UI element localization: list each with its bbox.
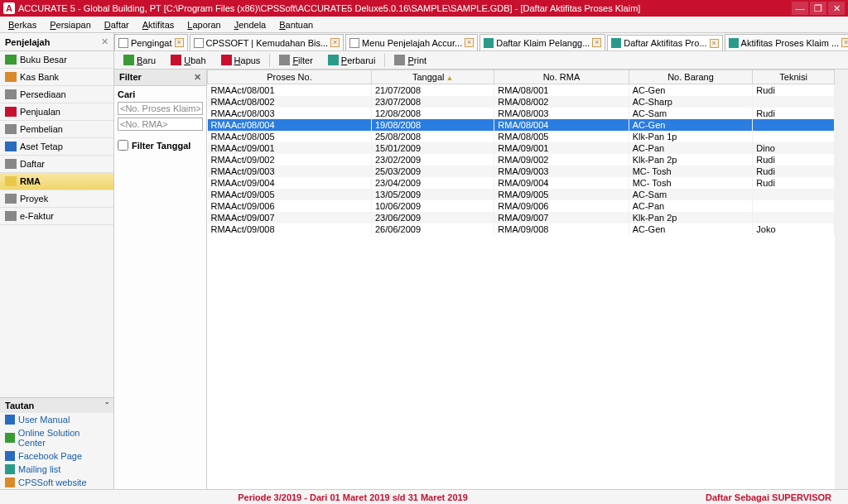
- column-header[interactable]: Proses No.: [208, 70, 372, 84]
- table-row[interactable]: RMAAct/08/00121/07/2008RMA/08/001AC-GenR…: [208, 84, 835, 97]
- table-cell: RMA/09/003: [494, 166, 629, 177]
- menu-endela[interactable]: Jendela: [229, 18, 272, 31]
- toolbar-refresh-button[interactable]: Perbarui: [322, 52, 382, 68]
- nav-item[interactable]: e-Faktur: [0, 208, 113, 225]
- menu-ersiapan[interactable]: Persiapan: [45, 18, 96, 31]
- nav-item[interactable]: Persediaan: [0, 86, 113, 103]
- tab[interactable]: Aktifitas Proses Klaim ...×: [725, 34, 848, 50]
- nav-item[interactable]: Buku Besar: [0, 51, 113, 69]
- tab-close-icon[interactable]: ×: [175, 38, 184, 47]
- sort-asc-icon: ▲: [446, 74, 453, 82]
- table-cell: AC-Pan: [629, 142, 753, 154]
- links-header[interactable]: Tautanˇ: [0, 397, 113, 413]
- link-item[interactable]: Facebook Page: [0, 449, 113, 463]
- menu-ktifitas[interactable]: Aktifitas: [137, 18, 180, 31]
- link-item[interactable]: CPSSoft website: [0, 476, 113, 489]
- table-cell: RMAAct/09/007: [208, 212, 372, 223]
- table-cell: AC-Sam: [629, 189, 753, 200]
- nav-item[interactable]: Proyek: [0, 190, 113, 208]
- tab-icon: [349, 38, 359, 48]
- explorer-close-icon[interactable]: ✕: [101, 36, 108, 47]
- filter-rma-input[interactable]: [118, 118, 203, 131]
- filter-close-icon[interactable]: ✕: [194, 72, 201, 83]
- table-cell: 25/03/2009: [372, 166, 494, 177]
- table-cell: RMAAct/08/004: [208, 119, 372, 131]
- table-cell: Rudi: [753, 108, 835, 119]
- table-cell: AC-Gen: [629, 119, 753, 131]
- nav-item[interactable]: Kas Bank: [0, 69, 113, 86]
- table-cell: Klk-Pan 2p: [629, 154, 753, 166]
- nav-item[interactable]: Pembelian: [0, 121, 113, 138]
- column-header[interactable]: Teknisi: [753, 70, 835, 84]
- nav-item[interactable]: Daftar: [0, 156, 113, 173]
- column-header[interactable]: No. RMA: [494, 70, 629, 84]
- toolbar-edit-button[interactable]: Ubah: [165, 52, 211, 68]
- table-cell: Klk-Pan 1p: [629, 131, 753, 142]
- vertical-scrollbar[interactable]: [835, 70, 848, 489]
- table-cell: RMAAct/08/005: [208, 131, 372, 142]
- link-item[interactable]: User Manual: [0, 413, 113, 426]
- table-cell: [753, 200, 835, 212]
- tab[interactable]: Menu Penjelajah Accur...×: [345, 34, 478, 50]
- table-row[interactable]: RMAAct/09/00723/06/2009RMA/09/007Klk-Pan…: [208, 212, 835, 223]
- column-header[interactable]: No. Barang: [629, 70, 753, 84]
- menu-erkas[interactable]: Berkas: [3, 18, 41, 31]
- statusbar: Periode 3/2019 - Dari 01 Maret 2019 s/d …: [0, 489, 848, 504]
- table-row[interactable]: RMAAct/09/00223/02/2009RMA/09/002Klk-Pan…: [208, 154, 835, 166]
- tab[interactable]: Daftar Klaim Pelangg...×: [479, 34, 605, 50]
- table-cell: 25/08/2008: [372, 131, 494, 142]
- tab-close-icon[interactable]: ×: [710, 39, 719, 48]
- table-row[interactable]: RMAAct/08/00525/08/2008RMA/08/005Klk-Pan…: [208, 131, 835, 142]
- table-cell: [753, 212, 835, 223]
- toolbar-print-button[interactable]: Print: [388, 52, 432, 68]
- tab[interactable]: CPSSOFT | Kemudahan Bis...×: [190, 34, 344, 50]
- table-row[interactable]: RMAAct/08/00419/08/2008RMA/08/004AC-Gen: [208, 119, 835, 131]
- table-cell: AC-Gen: [629, 223, 753, 235]
- table-row[interactable]: RMAAct/08/00312/08/2008RMA/08/003AC-SamR…: [208, 108, 835, 119]
- table-row[interactable]: RMAAct/09/00115/01/2009RMA/09/001AC-PanD…: [208, 142, 835, 154]
- filter-tanggal-box[interactable]: [118, 140, 128, 151]
- column-header[interactable]: Tanggal▲: [372, 70, 494, 84]
- menu-antuan[interactable]: Bantuan: [274, 18, 318, 31]
- table-row[interactable]: RMAAct/09/00826/06/2009RMA/09/008AC-GenJ…: [208, 223, 835, 235]
- toolbar-new-button[interactable]: Baru: [118, 52, 161, 68]
- table-cell: RMAAct/09/004: [208, 177, 372, 189]
- data-grid[interactable]: Proses No.Tanggal▲No. RMANo. BarangTekni…: [207, 70, 835, 489]
- table-cell: 21/07/2008: [372, 84, 494, 97]
- nav-item[interactable]: RMA: [0, 173, 113, 190]
- tab-close-icon[interactable]: ×: [841, 38, 848, 47]
- table-row[interactable]: RMAAct/08/00223/07/2008RMA/08/002AC-Shar…: [208, 96, 835, 108]
- link-icon: [5, 433, 15, 443]
- table-row[interactable]: RMAAct/09/00610/06/2009RMA/09/006AC-Pan: [208, 200, 835, 212]
- tab-close-icon[interactable]: ×: [330, 38, 340, 47]
- menu-aftar[interactable]: Daftar: [99, 18, 134, 31]
- toolbar-filter-button[interactable]: Filter: [273, 52, 318, 68]
- filter-proses-input[interactable]: [118, 102, 203, 115]
- table-cell: RMA/09/005: [494, 189, 629, 200]
- nav-item[interactable]: Penjualan: [0, 103, 113, 121]
- close-button[interactable]: ✕: [828, 2, 845, 15]
- window-title: ACCURATE 5 - Global Building, PT [C:\Pro…: [18, 3, 792, 13]
- table-cell: RMA/09/006: [494, 200, 629, 212]
- toolbar-delete-button[interactable]: Hapus: [215, 52, 267, 68]
- table-row[interactable]: RMAAct/09/00325/03/2009RMA/09/003MC- Tos…: [208, 166, 835, 177]
- tab-close-icon[interactable]: ×: [592, 38, 601, 47]
- filter-tanggal-checkbox[interactable]: Filter Tanggal: [118, 140, 203, 151]
- tab[interactable]: Daftar Aktifitas Pro...×: [607, 35, 722, 50]
- maximize-button[interactable]: ❐: [810, 2, 826, 15]
- table-cell: MC- Tosh: [629, 177, 753, 189]
- tab-close-icon[interactable]: ×: [465, 38, 474, 47]
- table-cell: AC-Pan: [629, 200, 753, 212]
- link-item[interactable]: Online Solution Center: [0, 426, 113, 449]
- table-cell: MC- Tosh: [629, 166, 753, 177]
- table-cell: RMAAct/09/001: [208, 142, 372, 154]
- table-row[interactable]: RMAAct/09/00423/04/2009RMA/09/004MC- Tos…: [208, 177, 835, 189]
- minimize-button[interactable]: —: [792, 2, 808, 15]
- tab[interactable]: Pengingat×: [114, 34, 188, 50]
- table-cell: RMAAct/08/002: [208, 96, 372, 108]
- table-row[interactable]: RMAAct/09/00513/05/2009RMA/09/005AC-Sam: [208, 189, 835, 200]
- link-item[interactable]: Mailing list: [0, 463, 113, 476]
- nav-item[interactable]: Aset Tetap: [0, 138, 113, 156]
- menu-aporan[interactable]: Laporan: [182, 18, 225, 31]
- table-cell: RMAAct/08/001: [208, 84, 372, 97]
